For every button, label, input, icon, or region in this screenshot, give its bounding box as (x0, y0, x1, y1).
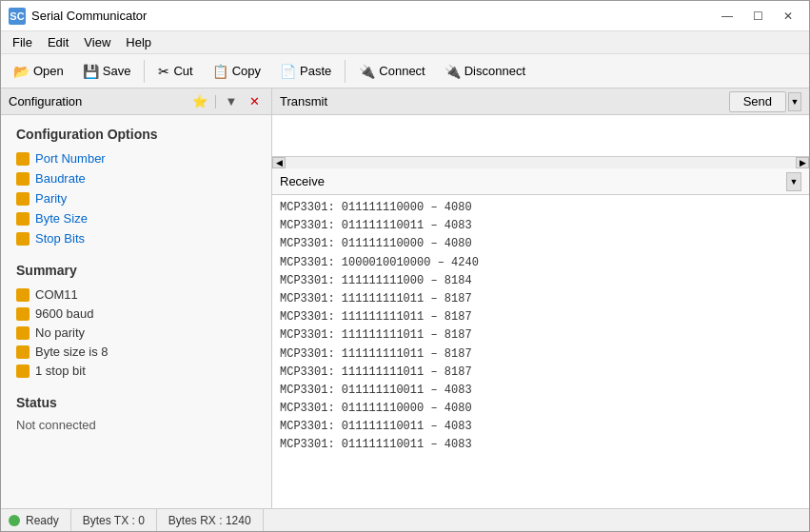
summary-stopbits-icon (16, 365, 30, 378)
window-title: Serial Communicator (31, 9, 714, 23)
bytes-rx-section: Bytes RX : 1240 (157, 509, 264, 531)
copy-button[interactable]: 📋 Copy (204, 58, 269, 85)
bytes-tx-label: Bytes TX : (83, 514, 135, 527)
close-button[interactable]: ✕ (775, 7, 801, 26)
config-link-baudrate-label: Baudrate (35, 171, 86, 186)
config-link-byte-size[interactable]: Byte Size (16, 211, 256, 226)
receive-content[interactable]: MCP3301: 011111110000 – 4080MCP3301: 011… (272, 195, 809, 508)
window-controls: — ☐ ✕ (714, 7, 801, 26)
ready-status: Ready (9, 509, 71, 531)
config-star-button[interactable]: ⭐ (190, 92, 209, 111)
ready-label: Ready (26, 514, 59, 527)
receive-message-item: MCP3301: 011111110000 – 4080 (280, 400, 801, 418)
summary-parity-label: No parity (35, 325, 85, 340)
main-window: SC Serial Communicator — ☐ ✕ File Edit V… (0, 0, 810, 532)
transmit-scrollbar: ◀ ▶ (272, 156, 809, 167)
config-link-parity-label: Parity (35, 191, 67, 206)
scroll-track (286, 157, 796, 168)
scroll-left-arrow[interactable]: ◀ (272, 157, 286, 168)
menu-bar: File Edit View Help (1, 31, 809, 54)
transmit-area: Transmit Send ▼ ◀ ▶ (272, 89, 809, 168)
save-icon: 💾 (83, 64, 99, 79)
connect-button[interactable]: 🔌 Connect (350, 58, 433, 85)
summary-parity-icon (16, 326, 30, 340)
minimize-button[interactable]: — (714, 7, 741, 26)
receive-message-item: MCP3301: 011111110011 – 4083 (280, 436, 801, 454)
config-link-port-number[interactable]: Port Number (16, 151, 256, 166)
summary-com-port: COM11 (16, 287, 256, 302)
send-dropdown[interactable]: ▼ (788, 92, 801, 111)
cut-button[interactable]: ✂ Cut (149, 58, 201, 85)
stop-bits-icon (16, 232, 30, 246)
scroll-right-arrow[interactable]: ▶ (796, 157, 809, 168)
toolbar-sep-1 (144, 60, 145, 83)
config-link-stop-bits[interactable]: Stop Bits (16, 231, 256, 246)
menu-view[interactable]: View (76, 33, 118, 51)
config-dropdown-button[interactable]: ▼ (222, 92, 241, 111)
receive-message-item: MCP3301: 011111110011 – 4083 (280, 418, 801, 436)
receive-message-item: MCP3301: 111111111011 – 8187 (280, 364, 801, 382)
summary-com-label: COM11 (35, 287, 78, 302)
summary-stopbits-label: 1 stop bit (35, 364, 86, 378)
summary-parity: No parity (16, 325, 256, 340)
receive-title: Receive (280, 174, 786, 188)
receive-header: Receive ▼ (272, 168, 809, 195)
paste-icon: 📄 (280, 64, 296, 79)
receive-dropdown[interactable]: ▼ (786, 172, 801, 191)
config-link-byte-size-label: Byte Size (35, 211, 88, 226)
receive-message-item: MCP3301: 111111111011 – 8187 (280, 345, 801, 364)
summary-bytesize-label: Byte size is 8 (35, 345, 109, 359)
summary-baud-label: 9600 baud (35, 306, 93, 321)
bytes-tx-section: Bytes TX : 0 (71, 509, 157, 531)
copy-label: Copy (232, 64, 261, 78)
config-link-baudrate[interactable]: Baudrate (16, 171, 256, 186)
toolbar-sep-2 (345, 60, 346, 83)
parity-icon (16, 192, 30, 206)
receive-message-item: MCP3301: 111111111000 – 8184 (280, 272, 801, 290)
cut-icon: ✂ (158, 64, 169, 79)
paste-button[interactable]: 📄 Paste (271, 58, 340, 85)
config-close-button[interactable]: ✕ (245, 92, 264, 111)
config-panel-title: Configuration (9, 94, 187, 108)
disconnect-button[interactable]: 🔌 Disconnect (436, 58, 534, 85)
receive-message-item: MCP3301: 111111111011 – 8187 (280, 308, 801, 326)
config-options-title: Configuration Options (16, 127, 256, 142)
status-text: Not connected (16, 418, 256, 432)
save-label: Save (103, 64, 131, 78)
receive-message-item: MCP3301: 011111110000 – 4080 (280, 199, 801, 217)
config-panel-content: Configuration Options Port Number Baudra… (1, 115, 271, 508)
menu-file[interactable]: File (5, 33, 40, 51)
open-button[interactable]: 📂 Open (5, 58, 72, 85)
receive-message-item: MCP3301: 011111110000 – 4080 (280, 235, 801, 253)
summary-bytesize: Byte size is 8 (16, 345, 256, 359)
cut-label: Cut (173, 64, 192, 78)
config-link-parity[interactable]: Parity (16, 191, 256, 206)
paste-label: Paste (300, 64, 331, 78)
left-panel: Configuration ⭐ ▼ ✕ Configuration Option… (1, 89, 272, 508)
title-bar: SC Serial Communicator — ☐ ✕ (1, 1, 809, 31)
transmit-header: Transmit Send ▼ (272, 89, 809, 115)
save-button[interactable]: 💾 Save (74, 58, 140, 85)
connect-icon: 🔌 (359, 64, 375, 79)
receive-message-item: MCP3301: 111111111011 – 8187 (280, 326, 801, 345)
bytes-rx-label: Bytes RX : (168, 514, 223, 527)
transmit-input[interactable] (272, 115, 809, 153)
maximize-button[interactable]: ☐ (744, 7, 771, 26)
baudrate-icon (16, 172, 30, 186)
send-button[interactable]: Send (729, 91, 786, 112)
summary-baud: 9600 baud (16, 306, 256, 321)
transmit-title: Transmit (280, 94, 729, 108)
menu-edit[interactable]: Edit (40, 33, 76, 51)
receive-area: Receive ▼ MCP3301: 011111110000 – 4080MC… (272, 168, 809, 508)
summary-bytesize-icon (16, 345, 30, 359)
status-title: Status (16, 395, 256, 410)
receive-message-item: MCP3301: 011111110011 – 4083 (280, 382, 801, 400)
disconnect-icon: 🔌 (445, 64, 461, 79)
menu-help[interactable]: Help (118, 33, 159, 51)
config-link-stop-bits-label: Stop Bits (35, 231, 85, 246)
bytes-rx-value: 1240 (226, 514, 251, 527)
open-label: Open (33, 64, 64, 78)
receive-message-item: MCP3301: 1000010010000 – 4240 (280, 254, 801, 272)
connect-label: Connect (379, 64, 425, 78)
right-panel: Transmit Send ▼ ◀ ▶ Receive ▼ MCP330 (272, 89, 809, 508)
